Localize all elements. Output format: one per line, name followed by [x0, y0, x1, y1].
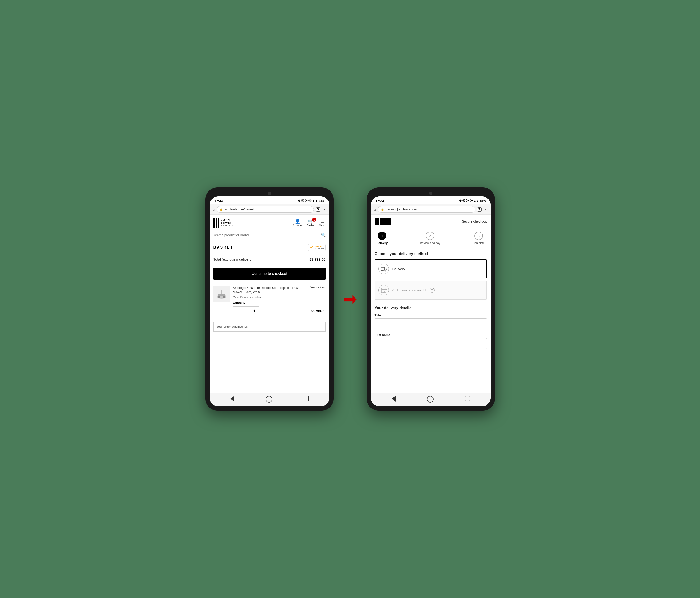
right-phone: 17:34 ⊕ ⓟ ⓥ ⓥ ▲▲ 84% ⌂ 🔒 heckout.johnlew…: [367, 188, 495, 410]
step-3: 3 Complete: [473, 231, 485, 245]
delivery-method-section: Choose your delivery method Delivery: [371, 247, 491, 300]
quantity-controls[interactable]: − 1 +: [233, 306, 259, 316]
status-bar-right: 17:34 ⊕ ⓟ ⓥ ⓥ ▲▲ 84%: [371, 196, 491, 204]
url-box[interactable]: 🔒 johnlewis.com/basket: [217, 206, 314, 213]
menu-icon: ☰: [320, 219, 324, 224]
scene: 17:33 ⊕ ⓟ ⓥ ⓥ ▲▲ 84% ⌂ 🔒 johnlewis.com/b…: [205, 188, 495, 410]
quantity-label: Quantity: [233, 301, 326, 304]
step-1: 1 Delivery: [377, 231, 388, 245]
jl-logo: JOHN LEWIS & PARTNERS: [214, 218, 235, 227]
checkout-page: Secure checkout 1 Delivery 2 Review and …: [371, 215, 491, 393]
logo-bars: [214, 218, 219, 227]
secure-checkout-header: Secure checkout: [371, 215, 491, 228]
step-3-label: Complete: [473, 242, 485, 245]
quantity-row: − 1 + £3,799.00: [233, 306, 326, 316]
product-stock: Only 10 in stock online: [233, 296, 326, 299]
title-input[interactable]: [375, 319, 487, 329]
more-icon-right[interactable]: ⋮: [483, 207, 488, 212]
basket-badge: 1: [312, 218, 316, 222]
collection-store-icon: [378, 285, 389, 295]
tab-badge-right[interactable]: 5: [477, 207, 481, 211]
product-details: Ambrogio 4.36 Elite Robotic Self-Propell…: [233, 286, 326, 316]
collection-option[interactable]: Collection is unavailable ?: [375, 281, 487, 300]
first-name-input[interactable]: [375, 338, 487, 349]
quantity-increase-button[interactable]: +: [250, 306, 259, 315]
help-icon[interactable]: ?: [430, 288, 434, 293]
lock-icon: 🔒: [220, 208, 223, 211]
svg-point-2: [218, 296, 220, 298]
search-icon[interactable]: 🔍: [321, 232, 326, 238]
left-phone-notch: [210, 192, 329, 195]
logo-bar-s3: [378, 218, 379, 225]
qualifies-box: Your order qualifies for:: [214, 322, 326, 331]
first-name-form-group: First name: [375, 333, 487, 349]
notification-icons: ⊕ ⓟ ⓥ ⓥ: [298, 199, 311, 203]
more-icon[interactable]: ⋮: [322, 207, 326, 212]
step-1-label: Delivery: [377, 242, 388, 245]
left-phone: 17:33 ⊕ ⓟ ⓥ ⓥ ▲▲ 84% ⌂ 🔒 johnlewis.com/b…: [205, 188, 334, 410]
arrow-indicator: ➡: [343, 291, 357, 307]
quantity-decrease-button[interactable]: −: [233, 306, 242, 315]
battery-icon-right: 84%: [480, 199, 485, 203]
logo-bar-1: [214, 218, 215, 227]
svg-point-3: [223, 296, 225, 298]
norton-text: Norton SECURED: [315, 245, 324, 250]
basket-nav-item[interactable]: 🛒 1 Basket: [306, 219, 315, 227]
step-2-circle: 2: [426, 231, 434, 240]
delivery-truck-icon: [378, 264, 389, 274]
product-row: Ambrogio 4.36 Elite Robotic Self-Propell…: [210, 282, 329, 319]
logo-bar-s2: [376, 218, 378, 225]
norton-check-icon: ✔: [310, 245, 314, 250]
status-time-right: 17:34: [376, 199, 384, 203]
logo-bar-2: [216, 218, 217, 227]
qualifies-text: Your order qualifies for:: [217, 325, 248, 328]
total-price: £3,799.00: [310, 257, 326, 261]
recent-button-right[interactable]: [465, 396, 470, 401]
bottom-nav-right: [371, 393, 491, 406]
logo-john: JOHN: [221, 219, 235, 222]
address-bar[interactable]: ⌂ 🔒 johnlewis.com/basket 5 ⋮: [210, 204, 329, 215]
tab-badge[interactable]: 5: [316, 207, 320, 211]
back-button-right[interactable]: [391, 396, 396, 402]
checkout-button[interactable]: Continue to checkout: [214, 268, 326, 279]
menu-nav-item[interactable]: ☰ Menu: [319, 219, 326, 227]
back-button[interactable]: [230, 396, 234, 402]
svg-rect-5: [219, 290, 223, 291]
product-price: £3,799.00: [310, 309, 325, 313]
basket-page: JOHN LEWIS & PARTNERS 👤 Account 🛒 1: [210, 215, 329, 393]
jl-header: JOHN LEWIS & PARTNERS 👤 Account 🛒 1: [210, 215, 329, 230]
delivery-details-section: Your delivery details Title First name: [371, 302, 491, 349]
delivery-details-title: Your delivery details: [375, 306, 487, 310]
total-row: Total (excluding delivery): £3,799.00: [210, 254, 329, 265]
notification-icons-right: ⊕ ⓟ ⓥ ⓥ: [459, 199, 473, 203]
delivery-option[interactable]: Delivery: [375, 259, 487, 278]
search-input[interactable]: [213, 233, 319, 237]
title-form-group: Title: [375, 314, 487, 329]
address-bar-right[interactable]: ⌂ 🔒 heckout.johnlewis.com 5 ⋮: [371, 204, 491, 215]
home-icon[interactable]: ⌂: [212, 207, 215, 211]
logo-text: JOHN LEWIS & PARTNERS: [221, 219, 235, 227]
logo-box: [380, 218, 391, 225]
bottom-nav: [210, 393, 329, 406]
total-label: Total (excluding delivery):: [214, 257, 254, 261]
recent-button[interactable]: [304, 396, 309, 401]
search-bar[interactable]: 🔍: [210, 230, 329, 240]
home-button[interactable]: [266, 396, 272, 402]
account-label: Account: [293, 224, 302, 227]
logo-bar-s1: [375, 218, 376, 225]
home-icon-right[interactable]: ⌂: [374, 207, 376, 211]
signal-icon: ▲▲: [312, 199, 318, 203]
left-phone-screen: 17:33 ⊕ ⓟ ⓥ ⓥ ▲▲ 84% ⌂ 🔒 johnlewis.com/b…: [210, 196, 329, 406]
product-image: [214, 286, 230, 302]
remove-item-link[interactable]: Remove item: [309, 286, 326, 289]
basket-title-row: BASKET ✔ Norton SECURED: [210, 240, 329, 254]
delivery-label: Delivery: [392, 267, 405, 271]
logo-lewis: LEWIS: [221, 222, 235, 225]
home-button-right[interactable]: [427, 396, 433, 402]
product-thumbnail: [215, 288, 228, 301]
url-box-right[interactable]: 🔒 heckout.johnlewis.com: [378, 206, 475, 213]
account-nav-item[interactable]: 👤 Account: [293, 219, 302, 227]
url-text-right: heckout.johnlewis.com: [385, 207, 472, 211]
collection-row: Collection is unavailable ?: [392, 288, 434, 293]
step-1-circle: 1: [378, 231, 386, 240]
